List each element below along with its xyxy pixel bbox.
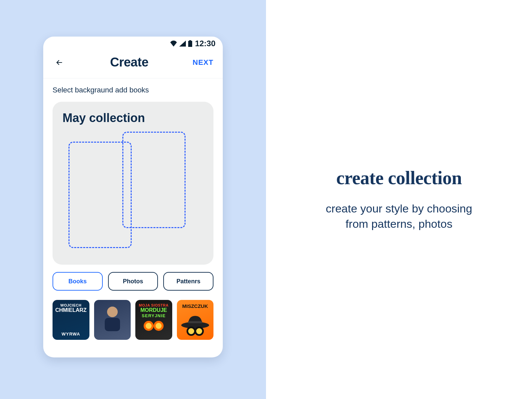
book-cover[interactable]: MOJA SIOSTRA MORDUJE SERYJNIE xyxy=(135,300,172,340)
book-cover[interactable]: MISZCZUK xyxy=(177,300,214,340)
content-area: Select backgraund add books May collecti… xyxy=(43,78,223,357)
marketing-headline: create collection xyxy=(336,167,462,189)
svg-rect-10 xyxy=(188,321,202,323)
cover-line: CHMIELARZ xyxy=(55,307,86,313)
collection-canvas[interactable]: May collection xyxy=(53,102,213,265)
cover-line: SERYJNIE xyxy=(142,313,166,318)
book-cover[interactable] xyxy=(94,300,131,340)
tab-patterns[interactable]: Pattenrs xyxy=(163,272,213,291)
phone-mockup: 12:30 Create NEXT Select backgraund add … xyxy=(43,37,223,357)
instruction-text: Select backgraund add books xyxy=(53,86,213,94)
right-panel: create collection create your style by c… xyxy=(266,0,532,399)
wifi-icon xyxy=(170,41,177,47)
next-button[interactable]: NEXT xyxy=(193,58,213,67)
page-title: Create xyxy=(110,55,148,69)
book-slot-back[interactable] xyxy=(122,132,186,228)
tab-books[interactable]: Books xyxy=(53,272,103,291)
status-time: 12:30 xyxy=(195,39,215,48)
book-covers-row: WOJCIECH CHMIELARZ WYRWA MOJA SIOSTRA xyxy=(53,300,213,340)
cover-line: MOJA SIOSTRA xyxy=(139,303,169,307)
book-slot-front[interactable] xyxy=(68,142,132,248)
arrow-left-icon xyxy=(55,58,64,67)
left-panel: 12:30 Create NEXT Select backgraund add … xyxy=(0,0,266,399)
cell-signal-icon xyxy=(179,41,186,47)
battery-icon xyxy=(188,40,193,47)
svg-point-7 xyxy=(146,323,152,329)
hat-goggles-icon xyxy=(180,314,210,337)
svg-point-13 xyxy=(188,328,194,334)
category-tabs: Books Photos Pattenrs xyxy=(53,272,213,291)
cover-line: MORDUJE xyxy=(140,307,167,313)
svg-point-14 xyxy=(196,328,202,334)
svg-rect-0 xyxy=(188,41,192,47)
svg-rect-1 xyxy=(189,40,191,41)
goggles-icon xyxy=(142,320,165,332)
book-cover[interactable]: WOJCIECH CHMIELARZ WYRWA xyxy=(53,300,89,340)
tab-photos[interactable]: Photos xyxy=(108,272,158,291)
title-bar: Create NEXT xyxy=(43,51,223,78)
cover-line: WYRWA xyxy=(62,332,80,336)
back-button[interactable] xyxy=(53,56,66,69)
cover-line: MISZCZUK xyxy=(182,303,208,309)
cover-line: WOJCIECH xyxy=(61,303,81,307)
marketing-subtext: create your style by choosing from patte… xyxy=(316,201,482,232)
person-icon xyxy=(101,305,124,331)
svg-point-8 xyxy=(156,323,162,329)
collection-title: May collection xyxy=(63,111,203,125)
status-icons xyxy=(170,40,193,47)
svg-point-2 xyxy=(107,307,118,317)
status-bar: 12:30 xyxy=(43,37,223,51)
